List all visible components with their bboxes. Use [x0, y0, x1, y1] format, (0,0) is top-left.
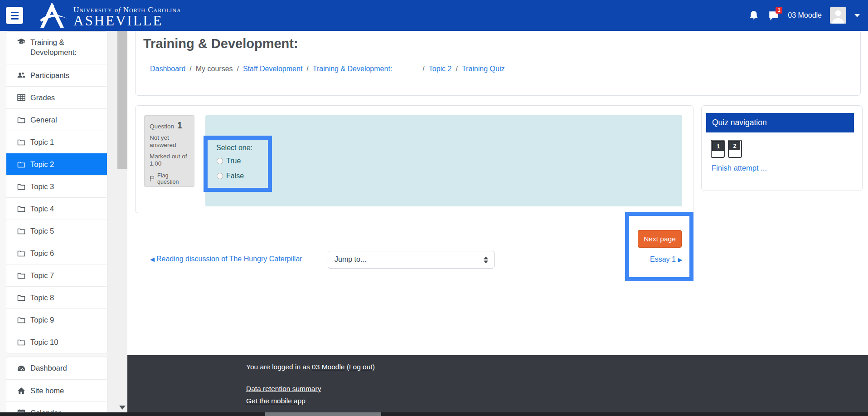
- radio-icon[interactable]: [217, 158, 223, 164]
- top-navbar: University of North Carolina ASHEVILLE 1…: [0, 0, 868, 31]
- breadcrumb-separator: /: [233, 65, 243, 73]
- footer-link-get-the-mobile-app[interactable]: Get the mobile app: [246, 397, 321, 405]
- unc-asheville-logo[interactable]: University of North Carolina ASHEVILLE: [36, 2, 181, 29]
- sidebar-item-participants[interactable]: Participants: [6, 64, 107, 86]
- jump-to-select[interactable]: Jump to...: [328, 251, 495, 269]
- breadcrumb-separator: /: [185, 65, 195, 73]
- sidebar-item-label: Training & Development:: [30, 37, 87, 57]
- folder-icon: [17, 271, 26, 280]
- footer-link-data-retention-summary[interactable]: Data retention summary: [246, 385, 321, 393]
- sidebar-item-general[interactable]: General: [6, 108, 107, 131]
- sidebar-item-label: Topic 1: [30, 138, 54, 147]
- answer-options: TrueFalse: [217, 156, 244, 186]
- flag-icon: [150, 176, 155, 182]
- question-info-box: Question 1 Not yet answered Marked out o…: [144, 115, 194, 187]
- moodle-quiz-page: University of North Carolina ASHEVILLE 1…: [0, 0, 868, 416]
- breadcrumb-separator: /: [451, 65, 461, 73]
- folder-icon: [17, 160, 26, 169]
- sidebar-item-label: Topic 10: [30, 338, 58, 347]
- sidebar-item-label: Topic 4: [30, 205, 54, 213]
- sidebar-item-label: Topic 5: [30, 227, 54, 235]
- messages-icon[interactable]: 1: [768, 10, 780, 21]
- prev-arrow-icon: ◀: [150, 256, 155, 263]
- question-number: 1: [177, 120, 182, 131]
- breadcrumb-separator: /: [418, 65, 428, 73]
- sidebar-item-topic-3[interactable]: Topic 3: [6, 175, 107, 197]
- sidebar-item-dashboard[interactable]: Dashboard: [6, 357, 107, 379]
- sidebar-item-site-home[interactable]: Site home: [6, 379, 107, 401]
- flag-question-link[interactable]: Flag question: [150, 172, 189, 185]
- sidebar-item-label: Topic 6: [30, 249, 54, 258]
- user-menu-caret-icon[interactable]: [854, 14, 860, 17]
- breadcrumb-link-training-quiz[interactable]: Training Quiz: [462, 65, 505, 73]
- logged-in-status: You are logged in as 03 Moodle (Log out): [246, 363, 375, 371]
- vertical-scrollbar-thumb[interactable]: [117, 31, 127, 169]
- sidebar-item-label: Topic 3: [30, 182, 54, 191]
- next-activity-link[interactable]: Essay 1 ▶: [650, 255, 684, 264]
- horizontal-scrollbar-thumb[interactable]: [265, 412, 381, 416]
- folder-icon: [17, 249, 26, 258]
- sidebar-item-topic-1[interactable]: Topic 1: [6, 131, 107, 153]
- folder-icon: [17, 182, 26, 191]
- notifications-bell-icon[interactable]: [748, 10, 760, 21]
- page-title: Training & Development:: [143, 36, 298, 51]
- option-false[interactable]: False: [217, 171, 244, 181]
- quiznav-page-number: 1: [712, 141, 724, 151]
- quiz-navigation-pages: 12: [711, 140, 742, 158]
- breadcrumb-link-topic-2[interactable]: Topic 2: [429, 65, 452, 73]
- option-label: False: [226, 172, 244, 180]
- graduation-cap-icon: [17, 37, 26, 46]
- sidebar-item-label: Participants: [30, 71, 69, 80]
- sidebar-item-training-development[interactable]: Training & Development:: [6, 32, 107, 64]
- breadcrumb-text-my-courses: My courses: [196, 65, 233, 73]
- option-true[interactable]: True: [217, 156, 244, 166]
- logout-link[interactable]: Log out: [349, 363, 373, 371]
- footer-user-link[interactable]: 03 Moodle: [312, 363, 344, 371]
- next-page-button[interactable]: Next page: [638, 230, 682, 248]
- message-count-badge: 1: [776, 7, 782, 14]
- sidebar-item-topic-4[interactable]: Topic 4: [6, 197, 107, 220]
- radio-icon[interactable]: [217, 173, 223, 179]
- hamburger-icon: [11, 12, 19, 13]
- option-label: True: [226, 157, 241, 165]
- quiznav-page-2[interactable]: 2: [728, 140, 742, 158]
- dashboard-icon: [17, 364, 26, 373]
- sidebar-item-topic-5[interactable]: Topic 5: [6, 220, 107, 242]
- folder-icon: [17, 293, 26, 302]
- finish-attempt-link[interactable]: Finish attempt ...: [712, 164, 767, 172]
- sidebar-item-label: General: [30, 116, 57, 124]
- footer-links: Data retention summaryGet the mobile app: [246, 385, 321, 405]
- sidebar-item-label: Topic 2: [30, 160, 54, 169]
- breadcrumb: Dashboard/My courses/Staff Development/T…: [150, 65, 504, 73]
- sidebar-item-label: Topic 7: [30, 271, 54, 280]
- sidebar-course-group: Training & Development:ParticipantsGrade…: [6, 31, 107, 353]
- quiznav-page-1-current[interactable]: 1: [711, 140, 725, 158]
- sidebar-item-grades[interactable]: Grades: [6, 86, 107, 108]
- sidebar-item-topic-2[interactable]: Topic 2: [6, 153, 107, 175]
- user-avatar[interactable]: [830, 7, 846, 24]
- hamburger-menu-button[interactable]: [6, 7, 23, 24]
- next-arrow-icon: ▶: [678, 256, 682, 263]
- sidebar-item-topic-8[interactable]: Topic 8: [6, 286, 107, 308]
- folder-icon: [17, 115, 26, 124]
- breadcrumb-link-training-development[interactable]: Training & Development:: [313, 65, 419, 73]
- breadcrumb-link-staff-development[interactable]: Staff Development: [243, 65, 302, 73]
- sidebar-item-label: Topic 9: [30, 316, 54, 324]
- breadcrumb-link-dashboard[interactable]: Dashboard: [150, 65, 185, 73]
- sidebar-item-topic-10[interactable]: Topic 10: [6, 331, 107, 353]
- sidebar-item-label: Topic 8: [30, 294, 54, 302]
- quiz-navigation-title: Quiz navigation: [706, 113, 854, 132]
- question-marks: Marked out of 1.00: [150, 153, 190, 167]
- scrollbar-down-arrow[interactable]: [117, 402, 127, 413]
- sidebar-item-topic-6[interactable]: Topic 6: [6, 242, 107, 264]
- folder-icon: [17, 226, 26, 235]
- home-icon: [17, 386, 26, 395]
- university-a-swoosh-icon: [36, 2, 72, 29]
- username-label: 03 Moodle: [788, 11, 822, 20]
- sidebar-item-topic-7[interactable]: Topic 7: [6, 264, 107, 286]
- sidebar-item-label: Site home: [30, 387, 64, 395]
- jump-to-value: Jump to...: [335, 255, 366, 264]
- select-arrows-icon: [484, 256, 488, 263]
- previous-activity-link[interactable]: ◀Reading discussion of The Hungry Caterp…: [150, 255, 302, 263]
- sidebar-item-topic-9[interactable]: Topic 9: [6, 308, 107, 331]
